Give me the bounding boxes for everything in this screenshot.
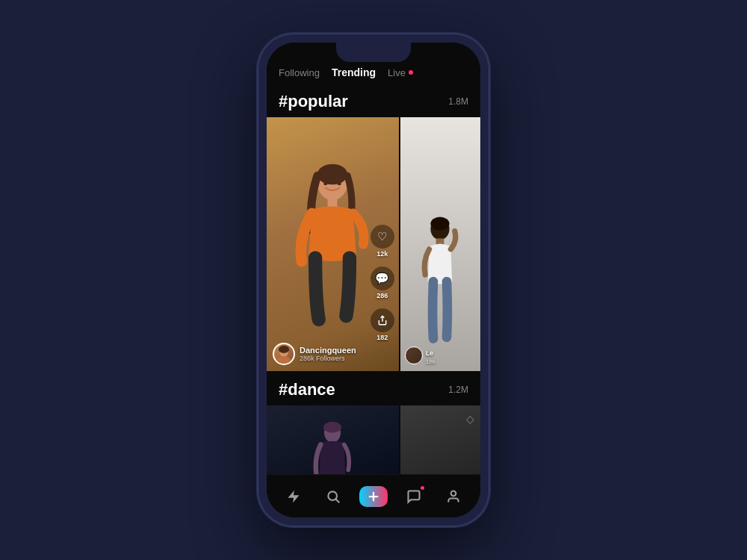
nav-profile-icon[interactable]	[440, 483, 467, 510]
share-icon	[371, 308, 394, 332]
video-main[interactable]: ♡ 12k 💬 286	[267, 117, 399, 371]
svg-line-14	[336, 499, 340, 503]
nav-trending-icon[interactable]	[280, 483, 307, 510]
svg-point-1	[317, 164, 347, 185]
svg-point-8	[431, 217, 450, 231]
side-creator-avatar	[405, 346, 423, 364]
nav-search-icon[interactable]	[320, 483, 347, 510]
svg-point-13	[329, 491, 338, 500]
side-dancer-figure	[410, 214, 470, 349]
nav-live-wrapper[interactable]: Live	[388, 67, 413, 78]
nav-add-button[interactable]	[359, 486, 388, 507]
side-creator-info: Le 18k	[426, 345, 436, 365]
nav-messages-icon[interactable]	[400, 483, 427, 510]
section-dance: #dance 1.2M	[267, 373, 480, 474]
like-button[interactable]: ♡ 12k	[371, 225, 394, 258]
content-scroll[interactable]: #popular 1.8M	[267, 84, 480, 474]
nav-trending[interactable]: Trending	[332, 66, 376, 78]
video-side[interactable]: Le 18k	[400, 117, 480, 371]
section-dance-title: #dance	[279, 380, 335, 399]
creator-name: Dancingqueen	[300, 346, 356, 355]
side-creator-overlay[interactable]: Le 18k	[405, 345, 436, 365]
phone-screen: Following Trending Live #popular 1.8M	[267, 43, 480, 517]
side-creator-followers: 18k	[426, 358, 436, 365]
video-actions: ♡ 12k 💬 286	[371, 225, 394, 341]
video-grid-dance: ◇	[267, 405, 480, 474]
app-screen: Following Trending Live #popular 1.8M	[267, 43, 480, 517]
creator-followers: 286k Followers	[300, 355, 356, 362]
nav-live[interactable]: Live	[388, 67, 406, 78]
svg-point-3	[323, 183, 328, 186]
notch	[336, 43, 411, 62]
nav-following[interactable]: Following	[279, 67, 320, 78]
dance-figure-3	[306, 420, 359, 474]
side-creator-name: Le	[426, 349, 434, 357]
message-notification-dot	[421, 486, 424, 490]
svg-point-4	[338, 183, 342, 186]
video-dance-side[interactable]: ◇	[400, 405, 480, 474]
phone-frame: Following Trending Live #popular 1.8M	[258, 34, 489, 526]
heart-icon: ♡	[371, 225, 394, 249]
creator-avatar	[273, 343, 295, 365]
section-popular-count: 1.8M	[448, 96, 468, 107]
comment-icon: 💬	[371, 267, 394, 290]
comment-count: 286	[376, 292, 388, 299]
svg-point-11	[323, 422, 341, 433]
section-popular: #popular 1.8M	[267, 84, 480, 371]
video-dance-main[interactable]	[267, 405, 399, 474]
section-popular-header: #popular 1.8M	[267, 84, 480, 117]
comment-button[interactable]: 💬 286	[371, 267, 394, 299]
svg-point-6	[279, 346, 289, 353]
creator-overlay[interactable]: Dancingqueen 286k Followers	[273, 343, 356, 365]
creator-info: Dancingqueen 286k Followers	[300, 346, 356, 362]
svg-point-17	[450, 491, 456, 496]
share-count: 182	[376, 334, 388, 341]
svg-marker-12	[288, 490, 300, 503]
section-dance-count: 1.2M	[448, 385, 468, 395]
section-dance-header: #dance 1.2M	[267, 373, 480, 405]
live-indicator-dot	[409, 70, 413, 75]
section-popular-title: #popular	[279, 92, 348, 111]
gem-icon: ◇	[466, 413, 474, 425]
share-button[interactable]: 182	[371, 308, 394, 341]
like-count: 12k	[376, 250, 388, 258]
bottom-nav	[267, 474, 480, 517]
video-grid-popular: ♡ 12k 💬 286	[267, 117, 480, 371]
